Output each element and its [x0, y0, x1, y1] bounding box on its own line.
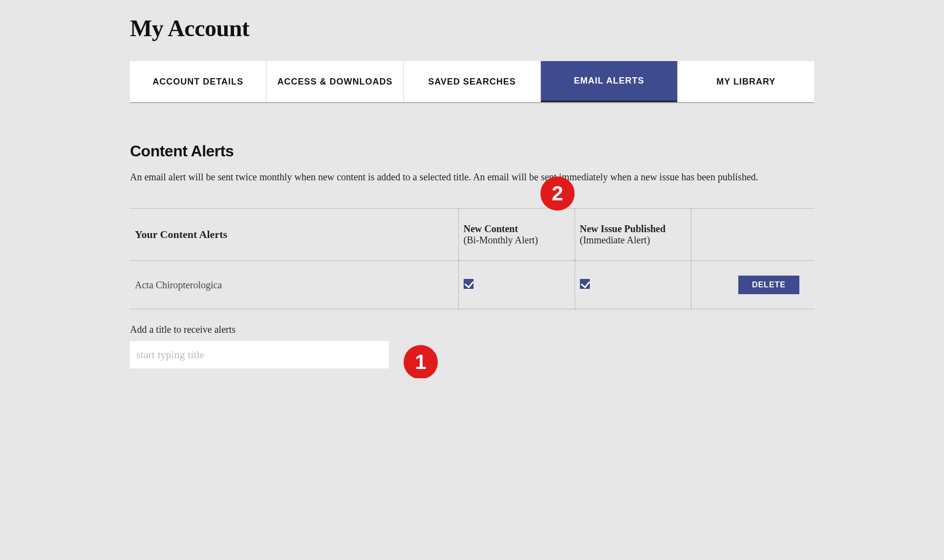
header-your-alerts: Your Content Alerts — [130, 209, 458, 261]
annotation-badge-2: 2 — [540, 176, 575, 211]
header-new-content: New Content (Bi-Monthly Alert) — [458, 209, 575, 261]
header-new-issue-sub: (Immediate Alert) — [580, 235, 650, 245]
header-new-content-bold: New Content — [464, 223, 518, 234]
section-description: An email alert will be sent twice monthl… — [130, 170, 814, 184]
alert-title: Acta Chiropterologica — [130, 261, 458, 309]
table-row: Acta Chiropterologica DELETE — [130, 261, 814, 309]
checkbox-new-content[interactable] — [464, 279, 473, 289]
tab-my-library[interactable]: MY LIBRARY — [678, 61, 814, 102]
tab-saved-searches[interactable]: SAVED SEARCHES — [404, 61, 540, 102]
tab-email-alerts[interactable]: EMAIL ALERTS — [541, 61, 677, 102]
annotation-badge-1: 1 — [404, 345, 438, 378]
page-title: My Account — [130, 15, 814, 42]
header-new-issue-bold: New Issue Published — [580, 223, 666, 234]
delete-button[interactable]: DELETE — [738, 276, 799, 294]
content-alerts-table: Your Content Alerts New Content (Bi-Mont… — [130, 208, 814, 309]
section-title: Content Alerts — [130, 142, 814, 160]
tab-account-details[interactable]: ACCOUNT DETAILS — [130, 61, 266, 102]
header-new-issue: New Issue Published (Immediate Alert) — [575, 209, 691, 261]
account-tabs: ACCOUNT DETAILS ACCESS & DOWNLOADS SAVED… — [130, 61, 814, 103]
tab-access-downloads[interactable]: ACCESS & DOWNLOADS — [267, 61, 403, 102]
header-action — [691, 209, 814, 261]
add-title-section: Add a title to receive alerts 1 — [130, 324, 814, 368]
header-new-content-sub: (Bi-Monthly Alert) — [464, 235, 538, 245]
add-title-input[interactable] — [130, 341, 389, 368]
add-title-label: Add a title to receive alerts — [130, 324, 814, 335]
checkbox-new-issue[interactable] — [580, 279, 590, 289]
